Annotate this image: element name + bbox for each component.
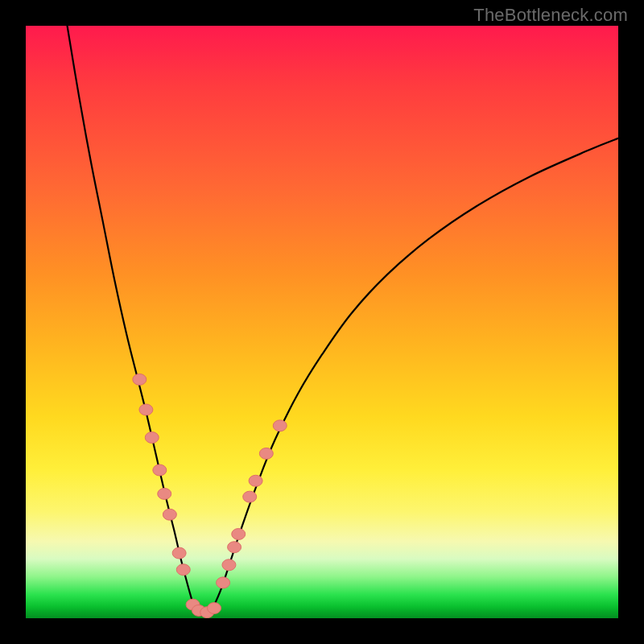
highlight-dot	[249, 475, 262, 486]
highlight-dots	[133, 374, 287, 617]
highlight-dot	[139, 404, 153, 415]
highlight-dot	[176, 564, 190, 576]
highlight-dot	[273, 420, 287, 431]
highlight-dot	[145, 432, 159, 444]
highlight-dot	[217, 577, 230, 588]
highlight-dot	[133, 374, 147, 385]
highlight-dot	[228, 542, 242, 553]
highlight-dot	[163, 509, 176, 520]
left-branch-curve	[68, 26, 195, 609]
highlight-dot	[222, 559, 236, 571]
highlight-dot	[259, 448, 273, 459]
chart-frame: TheBottleneck.com	[0, 0, 644, 644]
highlight-dot	[172, 547, 186, 559]
highlight-dot	[243, 491, 257, 502]
highlight-dot	[153, 464, 167, 476]
highlight-dot	[208, 603, 221, 614]
highlight-dot	[158, 488, 171, 499]
highlight-dot	[232, 529, 246, 540]
curve-svg	[26, 26, 618, 618]
right-branch-curve	[213, 138, 618, 609]
watermark-text: TheBottleneck.com	[473, 5, 628, 26]
plot-area	[26, 26, 618, 618]
